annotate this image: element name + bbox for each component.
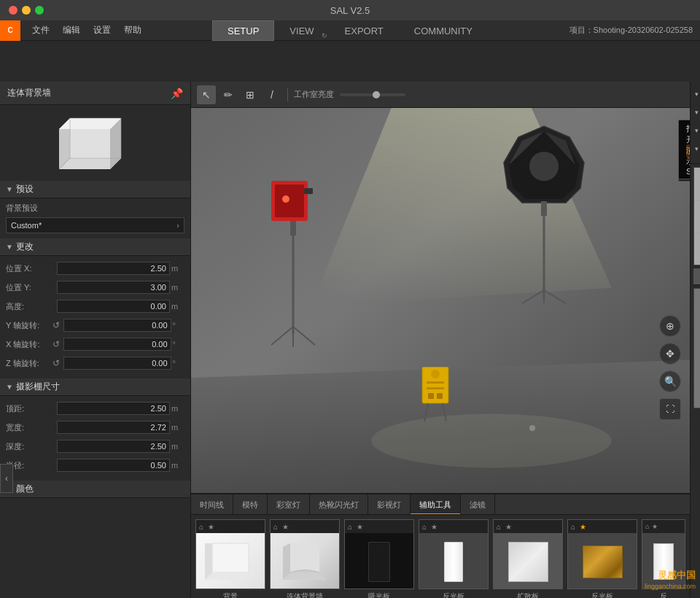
preset-body: 背景预设 Custom* › (0, 198, 190, 238)
menu-edit[interactable]: 编辑 (57, 21, 86, 39)
select-tool[interactable]: ↖ (197, 85, 216, 104)
small-prop (529, 425, 544, 431)
thumb-black-label: 吸光板 (368, 591, 390, 598)
menu-file[interactable]: 文件 (26, 21, 55, 39)
thumb-home-icon6[interactable]: ⌂ (571, 523, 575, 531)
bottom-tab-bar: 时间线 模特 彩室灯 热靴闪光灯 影视灯 辅助工具 滤镜 (191, 494, 690, 515)
modify-body: 位置 X: m 位置 Y: m 高度: m Y 轴旋转: ↺ (0, 256, 190, 378)
thumb-star-icon7[interactable]: ★ (652, 523, 658, 530)
minimize-button[interactable] (22, 6, 31, 15)
prop-input-width[interactable] (57, 421, 170, 434)
connected-preview (279, 540, 330, 583)
color-section-header[interactable]: ▼ 颜色 (0, 481, 190, 498)
brightness-label: 工作室亮度 (294, 89, 334, 100)
prop-input-yrot[interactable] (63, 319, 171, 332)
thumb-gold-reflector[interactable]: ⌂ ★ (567, 519, 637, 589)
reset-icon-xrot[interactable]: ↺ (52, 339, 63, 349)
prop-unit-zrot: ° (173, 359, 184, 368)
list-item: ⌂ ★ 扩散板 任何大小 (493, 519, 563, 598)
collapse-panel-button[interactable]: ‹ (0, 464, 13, 493)
bottom-tab-filter[interactable]: 滤镜 (461, 494, 495, 515)
tab-community[interactable]: COMMUNITY (399, 20, 488, 41)
thumb-partial[interactable]: ⌂ ★ (642, 519, 685, 589)
bottom-tab-model[interactable]: 模特 (233, 494, 268, 515)
prop-input-zrot[interactable] (63, 357, 171, 370)
prop-input-radius[interactable] (57, 459, 170, 472)
thumb-partial-label: 反90 (659, 591, 667, 598)
thumb-home-icon5[interactable]: ⌂ (497, 523, 501, 531)
studio-section-header[interactable]: ▼ 摄影棚尺寸 (0, 378, 190, 396)
thumb-star-icon2[interactable]: ★ (282, 523, 289, 531)
line-tool[interactable]: / (262, 85, 281, 104)
reset-icon-yrot[interactable]: ↺ (52, 320, 63, 330)
demo-button[interactable]: 打开演示-Set › (678, 120, 690, 179)
prop-input-y[interactable] (57, 281, 170, 294)
topview-tab[interactable]: TOPVIEW (693, 268, 700, 284)
nav-pan-icon[interactable]: ✥ (659, 343, 681, 365)
preset-select[interactable]: Custom* › (6, 217, 184, 233)
nav-orbit-icon[interactable]: ⊕ (659, 315, 681, 337)
panel-pin-icon[interactable]: 📌 (171, 88, 183, 99)
menu-help[interactable]: 帮助 (118, 21, 147, 39)
prop-input-depth[interactable] (57, 440, 170, 453)
bottom-tab-video-light[interactable]: 影视灯 (368, 494, 411, 515)
tab-export[interactable]: EXPORT (330, 20, 399, 41)
preset-arrow: ▼ (6, 185, 13, 193)
prop-unit-x: m (171, 264, 184, 273)
arrow-1a: ▾ (695, 90, 699, 98)
thumb-home-icon[interactable]: ⌂ (199, 523, 203, 531)
thumb-home-icon7[interactable]: ⌂ (645, 523, 649, 530)
control-box (421, 367, 450, 427)
thumb-bg[interactable]: ⌂ ★ (195, 519, 265, 589)
svg-line-35 (424, 403, 428, 422)
prop-input-x[interactable] (57, 262, 170, 275)
paint-tool[interactable]: ✏ (219, 85, 238, 104)
modify-section-header[interactable]: ▼ 更改 (0, 238, 190, 256)
thumb-black-board[interactable]: ⌂ ★ (344, 519, 414, 589)
topview-tabs: TOPVIEW SETLIST (693, 268, 700, 285)
maximize-button[interactable] (35, 6, 44, 15)
bottom-tab-timeline[interactable]: 时间线 (191, 494, 233, 515)
menu-settings[interactable]: 设置 (88, 21, 117, 39)
prop-label-y: 位置 Y: (6, 282, 57, 293)
modify-arrow: ▼ (6, 243, 13, 251)
close-button[interactable] (9, 6, 18, 15)
thumb-star-icon3[interactable]: ★ (357, 523, 363, 531)
reset-icon-zrot[interactable]: ↺ (52, 358, 63, 368)
thumb-star-icon5[interactable]: ★ (505, 523, 512, 531)
svg-rect-43 (694, 168, 700, 265)
nav-fit-icon[interactable]: ⛶ (659, 398, 681, 420)
svg-line-27 (293, 327, 315, 345)
prop-input-xrot[interactable] (63, 338, 171, 351)
prop-label-zrot: Z 轴旋转: (6, 358, 52, 369)
grid-tool[interactable]: ⊞ (241, 85, 260, 104)
window-controls (9, 6, 44, 15)
tab-setup[interactable]: SETUP (212, 20, 274, 41)
thumb-home-icon2[interactable]: ⌂ (273, 523, 278, 531)
brightness-slider[interactable] (340, 93, 405, 96)
thumb-reflector[interactable]: ⌂ ★ (419, 519, 489, 589)
thumb-diffuse[interactable]: ⌂ ★ (493, 519, 563, 589)
thumb-star-icon4[interactable]: ★ (431, 523, 438, 531)
thumb-home-icon4[interactable]: ⌂ (422, 523, 427, 531)
thumb-star-icon6[interactable]: ★ (580, 523, 586, 531)
prop-row-yrot: Y 轴旋转: ↺ ° (6, 317, 184, 333)
prop-input-top[interactable] (57, 402, 170, 415)
thumb-connected[interactable]: ⌂ ★ (270, 519, 340, 589)
preset-section-header[interactable]: ▼ 预设 (0, 181, 190, 198)
bottom-tab-studio-light[interactable]: 彩室灯 (268, 494, 310, 515)
arrow-2a: ▾ (695, 109, 699, 116)
prop-row-zrot: Z 轴旋转: ↺ ° (6, 355, 184, 371)
prop-label-height: 高度: (6, 301, 57, 312)
preset-arrow-icon: › (176, 221, 179, 230)
brightness-thumb[interactable] (373, 91, 380, 98)
thumb-star-icon[interactable]: ★ (208, 523, 214, 531)
bottom-tab-flash[interactable]: 热靴闪光灯 (310, 494, 368, 515)
prop-row-y: 位置 Y: m (6, 279, 184, 295)
thumb-home-icon3[interactable]: ⌂ (348, 523, 352, 531)
tab-view[interactable]: VIEW ↻ (274, 20, 329, 41)
nav-zoom-icon[interactable]: 🔍 (659, 370, 681, 392)
prop-input-height[interactable] (57, 300, 170, 313)
bottom-tab-tools[interactable]: 辅助工具 (411, 494, 461, 515)
prop-label-width: 宽度: (6, 422, 57, 433)
